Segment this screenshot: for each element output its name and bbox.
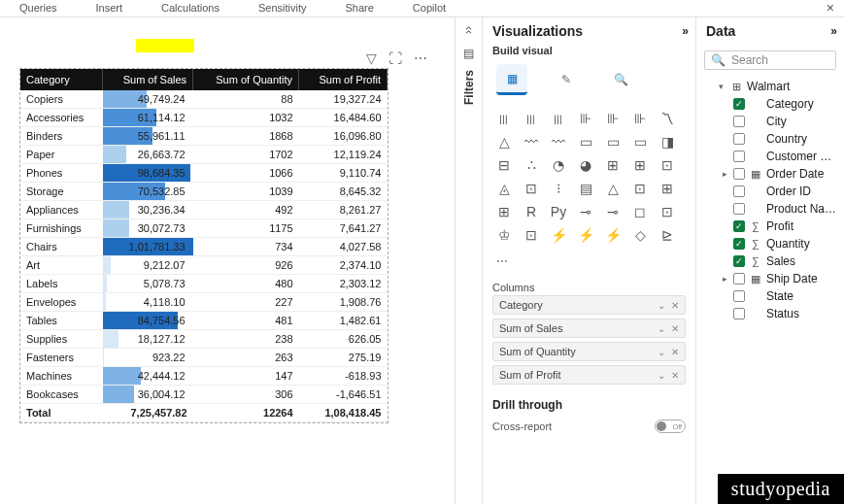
build-tab-icon[interactable]: ▦ bbox=[496, 64, 527, 95]
col-sales[interactable]: Sum of Sales bbox=[103, 69, 193, 90]
remove-icon[interactable]: ✕ bbox=[671, 300, 679, 311]
viz-type-icon[interactable]: ⊡ bbox=[522, 181, 541, 196]
viz-type-icon[interactable]: ▭ bbox=[576, 134, 595, 150]
viz-type-icon[interactable]: ⊡ bbox=[630, 181, 650, 196]
field-well[interactable]: Category⌄✕ bbox=[492, 295, 686, 315]
menu-calculations[interactable]: Calculations bbox=[142, 0, 239, 17]
chevron-down-icon[interactable]: ⌄ bbox=[658, 323, 665, 334]
table-row[interactable]: Chairs1,01,781.337344,027.58 bbox=[20, 238, 388, 256]
viz-type-icon[interactable]: ⚡ bbox=[603, 227, 623, 243]
viz-type-icon[interactable]: △ bbox=[603, 181, 623, 196]
chevron-down-icon[interactable]: ⌄ bbox=[658, 370, 665, 381]
viz-type-icon[interactable]: ◇ bbox=[630, 227, 650, 243]
viz-type-icon[interactable]: ▭ bbox=[630, 134, 650, 150]
table-row[interactable]: Phones98,684.3510669,110.74 bbox=[20, 164, 388, 183]
viz-type-icon[interactable]: ⊡ bbox=[522, 227, 541, 243]
field-checkbox[interactable] bbox=[733, 290, 745, 302]
field-row[interactable]: ✓∑Quantity bbox=[702, 235, 838, 252]
search-input[interactable]: 🔍 Search bbox=[704, 50, 836, 70]
table-row[interactable]: Furnishings30,072.7311757,641.27 bbox=[20, 219, 388, 238]
col-category[interactable]: Category bbox=[20, 69, 103, 90]
viz-type-icon[interactable]: ⊸ bbox=[576, 204, 595, 219]
viz-type-icon[interactable]: ⫼ bbox=[549, 111, 568, 126]
chevron-right-icon[interactable]: ▸ bbox=[720, 169, 729, 179]
chevron-down-icon[interactable]: ⌄ bbox=[658, 347, 665, 357]
report-canvas[interactable]: ▽ ⛶ ⋯ Category Sum of Sales Sum of Quant… bbox=[0, 17, 455, 504]
field-checkbox[interactable] bbox=[733, 308, 745, 319]
viz-type-icon[interactable]: ⚡ bbox=[549, 227, 568, 243]
col-profit[interactable]: Sum of Profit bbox=[299, 69, 388, 90]
viz-type-icon[interactable]: ⊪ bbox=[630, 111, 650, 126]
field-row[interactable]: ✓Category bbox=[702, 95, 838, 113]
table-row[interactable]: Paper26,663.72170212,119.24 bbox=[20, 146, 388, 164]
table-row[interactable]: Accessories61,114.12103216,484.60 bbox=[20, 109, 388, 127]
menu-insert[interactable]: Insert bbox=[77, 0, 143, 17]
table-row[interactable]: Machines42,444.12147-618.93 bbox=[20, 367, 388, 386]
field-checkbox[interactable] bbox=[733, 203, 745, 215]
viz-type-icon[interactable]: ♔ bbox=[494, 227, 514, 243]
filters-icon[interactable]: ▤ bbox=[463, 47, 474, 60]
field-checkbox[interactable] bbox=[733, 116, 745, 127]
table-row[interactable]: Copiers49,749.248819,327.24 bbox=[20, 90, 388, 109]
viz-type-icon[interactable]: ⊟ bbox=[494, 157, 514, 173]
table-row[interactable]: Art9,212.079262,374.10 bbox=[20, 256, 388, 275]
collapse-data-icon[interactable]: » bbox=[830, 24, 834, 38]
close-button[interactable]: × bbox=[817, 0, 844, 17]
field-checkbox[interactable]: ✓ bbox=[733, 255, 745, 267]
field-checkbox[interactable] bbox=[733, 151, 745, 162]
matrix-visual[interactable]: Category Sum of Sales Sum of Quantity Su… bbox=[19, 68, 388, 423]
table-row[interactable]: Envelopes4,118.102271,908.76 bbox=[20, 293, 388, 312]
viz-type-icon[interactable]: ◻ bbox=[630, 204, 650, 219]
field-row[interactable]: Order ID bbox=[702, 183, 838, 200]
table-row[interactable]: Supplies18,127.12238626.05 bbox=[20, 330, 388, 349]
field-row[interactable]: Customer Name bbox=[702, 148, 838, 165]
viz-type-icon[interactable]: ⊞ bbox=[658, 181, 677, 196]
focus-icon[interactable]: ⛶ bbox=[388, 50, 402, 66]
viz-type-icon[interactable]: ▭ bbox=[603, 134, 623, 150]
viz-type-icon[interactable]: 〰 bbox=[549, 134, 568, 150]
field-checkbox[interactable] bbox=[733, 273, 745, 285]
viz-type-icon[interactable]: ◕ bbox=[576, 157, 595, 173]
viz-type-icon[interactable]: ⊪ bbox=[603, 111, 623, 126]
field-checkbox[interactable] bbox=[733, 185, 745, 197]
viz-type-icon[interactable]: ⫼ bbox=[494, 111, 514, 126]
viz-type-icon[interactable]: ◨ bbox=[658, 134, 677, 150]
collapse-viz-icon[interactable]: » bbox=[682, 24, 686, 38]
field-row[interactable]: Product Name bbox=[702, 200, 838, 218]
viz-type-icon[interactable]: ⊪ bbox=[576, 111, 595, 126]
viz-type-icon[interactable]: ⊞ bbox=[630, 157, 650, 173]
field-well[interactable]: Sum of Profit⌄✕ bbox=[492, 365, 686, 385]
field-row[interactable]: City bbox=[702, 113, 838, 130]
chevron-down-icon[interactable]: ⌄ bbox=[658, 300, 665, 311]
chevron-right-icon[interactable]: ▸ bbox=[720, 274, 729, 284]
field-checkbox[interactable]: ✓ bbox=[733, 98, 745, 110]
field-row[interactable]: ▸▦Ship Date bbox=[702, 270, 838, 287]
viz-type-icon[interactable]: ⊡ bbox=[658, 157, 677, 173]
viz-type-icon[interactable]: ⁝ bbox=[549, 181, 568, 196]
viz-more-icon[interactable]: ⋯ bbox=[483, 251, 695, 276]
field-checkbox[interactable]: ✓ bbox=[733, 238, 745, 250]
viz-type-icon[interactable]: ⊵ bbox=[658, 227, 677, 243]
more-icon[interactable]: ⋯ bbox=[414, 50, 427, 66]
field-row[interactable]: Status bbox=[702, 305, 838, 322]
menu-share[interactable]: Share bbox=[326, 0, 393, 17]
viz-type-icon[interactable]: Py bbox=[549, 204, 568, 219]
table-row[interactable]: Binders55,961.11186816,096.80 bbox=[20, 127, 388, 146]
viz-type-icon[interactable]: 〰 bbox=[522, 134, 541, 150]
field-row[interactable]: ▸▦Order Date bbox=[702, 165, 838, 183]
viz-type-icon[interactable]: 〽 bbox=[658, 111, 677, 126]
field-row[interactable]: ✓∑Sales bbox=[702, 252, 838, 270]
field-row[interactable]: ✓∑Profit bbox=[702, 218, 838, 235]
menu-queries[interactable]: Queries bbox=[0, 0, 77, 17]
format-tab-icon[interactable]: ✎ bbox=[551, 64, 582, 95]
viz-type-icon[interactable]: ⊸ bbox=[603, 204, 623, 219]
filters-pane-collapsed[interactable]: ‹‹ ▤ Filters bbox=[455, 17, 482, 504]
analytics-tab-icon[interactable]: 🔍 bbox=[605, 64, 636, 95]
viz-type-icon[interactable]: ▤ bbox=[576, 181, 595, 196]
viz-type-icon[interactable]: △ bbox=[494, 134, 514, 150]
field-well[interactable]: Sum of Sales⌄✕ bbox=[492, 319, 686, 338]
remove-icon[interactable]: ✕ bbox=[671, 370, 679, 381]
viz-type-icon[interactable]: ◬ bbox=[494, 181, 514, 196]
table-row[interactable]: Bookcases36,004.12306-1,646.51 bbox=[20, 386, 388, 404]
table-row[interactable]: Storage70,532.8510398,645.32 bbox=[20, 183, 388, 201]
